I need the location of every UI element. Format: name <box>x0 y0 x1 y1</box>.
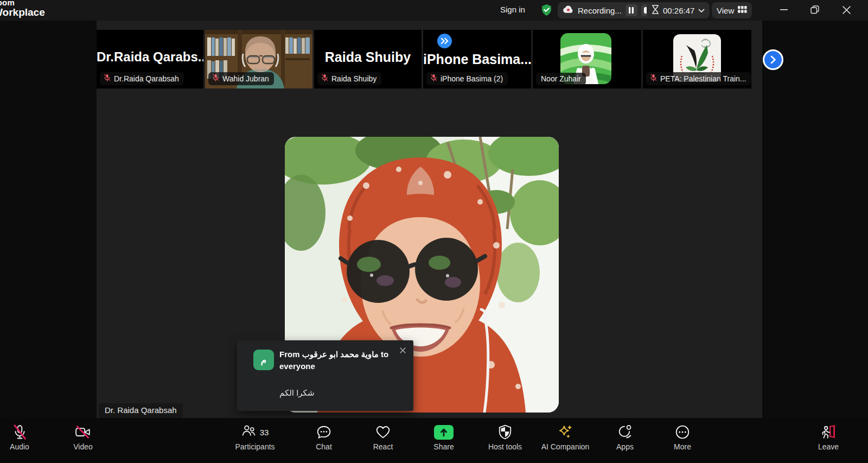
share-button[interactable]: Share <box>414 423 474 451</box>
ai-companion-label: AI Companion <box>541 442 590 451</box>
camera-muted-icon <box>75 423 91 441</box>
ai-companion-button[interactable]: AI Companion <box>535 423 595 451</box>
timer-value: 00:26:47 <box>663 6 694 15</box>
participant-display-name: iPhone Basima... <box>423 52 531 67</box>
chat-label: Chat <box>316 442 332 451</box>
chat-button[interactable]: Chat <box>294 423 354 451</box>
minimize-button[interactable] <box>775 1 793 19</box>
ellipsis-icon <box>675 423 690 441</box>
participant-name-text: iPhone Basima (2) <box>441 74 503 83</box>
audio-button[interactable]: Audio <box>0 423 49 451</box>
participant-name-tag: Raida Shuiby <box>317 72 381 85</box>
heart-icon <box>375 423 391 441</box>
react-label: React <box>373 442 393 451</box>
host-tools-label: Host tools <box>488 442 522 451</box>
logo-word-zoom: zoom <box>0 0 45 7</box>
participant-name-tag: Noor Zuhair <box>536 73 586 85</box>
gallery-grid-icon <box>738 5 747 16</box>
participants-label: Participants <box>235 442 275 451</box>
more-button[interactable]: More <box>653 423 712 451</box>
timer-chevron-down-icon <box>698 5 705 15</box>
mic-muted-icon <box>212 74 219 83</box>
microphone-muted-icon <box>12 423 27 441</box>
participant-tile[interactable]: Raida Shuiby Raida Shuiby <box>314 30 422 88</box>
share-label: Share <box>433 442 454 451</box>
meeting-timer[interactable]: 00:26:47 <box>647 2 710 18</box>
recording-indicator: Recording... <box>558 2 658 18</box>
participant-name-text: PETA: Palestinian Train... <box>660 74 746 83</box>
host-tools-button[interactable]: Host tools <box>475 423 535 451</box>
shield-icon <box>498 423 512 441</box>
participant-tile[interactable]: Wahid Jubran <box>205 30 312 88</box>
chat-sender-avatar: م <box>253 350 274 370</box>
participant-tile[interactable]: Noor Zuhair <box>533 30 641 88</box>
fast-forward-icon <box>437 34 452 48</box>
logo-word-workplace: Workplace <box>0 7 45 18</box>
participants-count: 33 <box>260 428 269 437</box>
chat-notification-popup[interactable]: م From ماوية محمد ابو عرقوب to everyone … <box>237 340 413 411</box>
participant-name-text: Wahid Jubran <box>222 74 269 83</box>
pause-recording-button[interactable] <box>626 4 637 16</box>
zoom-meeting-window: zoom Workplace Sign in Recording... 00:2… <box>0 0 868 463</box>
participant-name-text: Noor Zuhair <box>541 74 581 83</box>
participant-name-tag: iPhone Basima (2) <box>426 72 508 85</box>
audio-label: Audio <box>10 442 29 451</box>
chat-notification-message: شكرا الكم <box>279 388 405 398</box>
sign-in-button[interactable]: Sign in <box>500 5 525 14</box>
chat-icon <box>316 423 331 441</box>
hourglass-icon <box>652 5 659 16</box>
participant-display-name: Dr.Raida Qarabs... <box>97 49 203 65</box>
react-button[interactable]: React <box>353 423 413 451</box>
leave-label: Leave <box>818 442 839 451</box>
sparkles-icon <box>557 423 573 441</box>
participant-name-tag: Wahid Jubran <box>208 72 274 85</box>
participant-name-text: Raida Shuiby <box>331 74 376 83</box>
recording-label: Recording... <box>578 6 622 15</box>
participant-name-text: Dr.Raida Qarabsah <box>114 74 179 83</box>
meeting-stage: Dr.Raida Qarabs... Dr.Raida Qarabsah <box>97 21 762 418</box>
participant-name-tag: PETA: Palestinian Train... <box>646 72 751 85</box>
apps-button[interactable]: Apps <box>595 423 655 451</box>
more-label: More <box>674 442 691 451</box>
restore-window-button[interactable] <box>806 1 824 19</box>
apps-label: Apps <box>616 442 634 451</box>
mic-muted-icon <box>104 74 111 83</box>
participant-tile[interactable]: iPhone Basima... iPhone Basima (2) <box>423 30 531 88</box>
view-label: View <box>717 6 734 15</box>
close-window-button[interactable] <box>837 1 856 19</box>
participant-tile[interactable]: PETA: Palestinian Train... <box>643 30 751 88</box>
participant-display-name: Raida Shuiby <box>314 49 422 65</box>
chat-notification-header: From ماوية محمد ابو عرقوب to everyone <box>279 348 405 372</box>
title-bar: zoom Workplace Sign in Recording... 00:2… <box>0 0 868 21</box>
video-button[interactable]: Video <box>53 423 113 451</box>
chevron-right-icon <box>770 55 776 64</box>
leave-button[interactable]: Leave <box>799 423 858 451</box>
mic-muted-icon <box>650 74 657 83</box>
apps-icon <box>617 423 633 441</box>
participants-icon <box>241 424 256 440</box>
mic-muted-icon <box>321 74 328 83</box>
meeting-toolbar: Audio Video 33 Participants Chat <box>0 418 868 463</box>
participant-name-tag: Dr.Raida Qarabsah <box>100 72 184 85</box>
participants-button[interactable]: 33 Participants <box>225 423 285 451</box>
zoom-workplace-logo: zoom Workplace <box>0 0 45 18</box>
next-participants-page-button[interactable] <box>763 49 783 70</box>
leave-meeting-icon <box>820 423 837 441</box>
close-icon[interactable] <box>397 345 408 356</box>
active-speaker-name-tag: Dr. Raida Qarabsah <box>99 403 183 418</box>
security-shield-icon[interactable] <box>540 3 553 19</box>
participant-tile[interactable]: Dr.Raida Qarabs... Dr.Raida Qarabsah <box>97 30 203 88</box>
mic-muted-icon <box>430 74 437 83</box>
video-label: Video <box>73 442 93 451</box>
recording-cloud-icon <box>563 5 574 16</box>
share-screen-icon <box>434 425 454 440</box>
view-button[interactable]: View <box>712 2 752 18</box>
